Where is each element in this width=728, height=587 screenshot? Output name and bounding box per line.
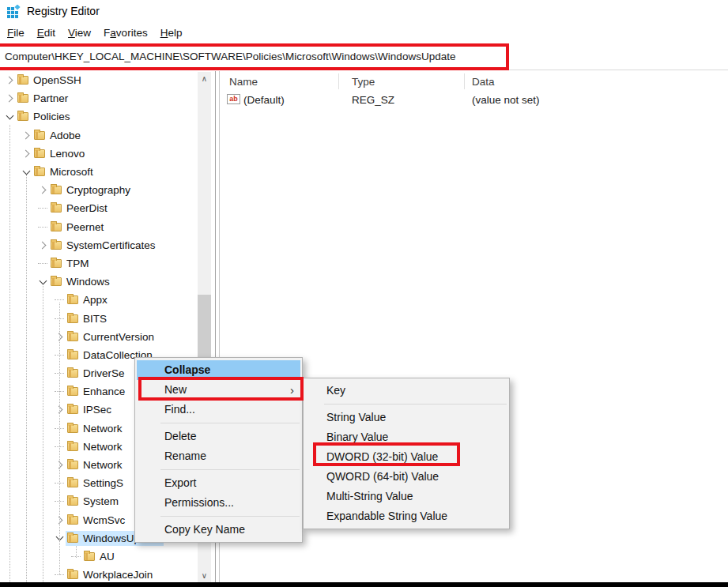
tree-node[interactable]: SettingS: [66, 476, 126, 491]
address-bar[interactable]: Computer\HKEY_LOCAL_MACHINE\SOFTWARE\Pol…: [0, 43, 728, 70]
chevron-right-icon[interactable]: [55, 333, 62, 341]
tree-item-adobe[interactable]: Adobe: [0, 126, 198, 145]
submenu-item-expandable-string-value[interactable]: Expandable String Value: [304, 506, 509, 526]
column-divider[interactable]: [464, 73, 465, 89]
column-header-data[interactable]: Data: [472, 76, 495, 88]
tree-item-lenovo[interactable]: Lenovo: [0, 145, 198, 163]
folder-icon: [51, 241, 62, 250]
column-divider[interactable]: [338, 73, 339, 89]
column-header-name[interactable]: Name: [229, 76, 258, 88]
tree-node[interactable]: Cryptography: [49, 182, 134, 198]
tree-node[interactable]: Peernet: [49, 220, 107, 235]
tree-item-windows[interactable]: Windows: [0, 273, 198, 291]
menu-view[interactable]: View: [62, 24, 97, 41]
tree-item-tpm[interactable]: TPM: [0, 254, 198, 273]
tree-node[interactable]: System: [66, 494, 122, 509]
tree-item-appx[interactable]: Appx: [0, 291, 198, 309]
context-menu-item-collapse[interactable]: Collapse: [137, 360, 300, 380]
chevron-right-icon[interactable]: [55, 406, 62, 414]
tree-node[interactable]: Partner: [16, 91, 71, 106]
tree-node[interactable]: SystemCertificates: [49, 238, 159, 253]
tree-node[interactable]: Enhance: [66, 384, 128, 399]
tree-item-label: PeerDist: [66, 202, 108, 214]
tree-item-label: IPSec: [83, 404, 111, 416]
tree-node[interactable]: Policies: [16, 109, 74, 124]
chevron-right-icon[interactable]: [5, 77, 13, 85]
tree-item-bits[interactable]: BITS: [0, 309, 198, 327]
reg-sz-icon: ab: [227, 94, 240, 104]
chevron-right-icon[interactable]: [38, 186, 46, 194]
context-menu-item-delete[interactable]: Delete: [135, 427, 302, 446]
tree-item-peernet[interactable]: Peernet: [0, 218, 198, 236]
tree-item-label: Cryptography: [66, 184, 130, 196]
chevron-right-icon[interactable]: [55, 461, 62, 469]
folder-icon: [67, 516, 78, 525]
tree-item-microsoft[interactable]: Microsoft: [0, 163, 198, 181]
tree-guide-line: [9, 125, 10, 582]
column-header-type[interactable]: Type: [352, 76, 375, 88]
tree-item-workplacejoin[interactable]: WorkplaceJoin: [0, 566, 198, 582]
menu-favorites[interactable]: Favorites: [97, 24, 154, 41]
tree-node[interactable]: IPSec: [66, 402, 115, 417]
context-menu-item-rename[interactable]: Rename: [135, 446, 302, 466]
context-menu-item-find[interactable]: Find...: [135, 400, 302, 420]
tree-node[interactable]: PeerDist: [49, 201, 111, 216]
chevron-down-icon[interactable]: [39, 277, 47, 284]
chevron-down-icon[interactable]: [22, 167, 30, 175]
folder-icon: [67, 369, 78, 378]
tree-item-label: SettingS: [83, 477, 123, 489]
value-cell-data: (value not set): [472, 94, 540, 106]
tree-item-au[interactable]: AU: [0, 547, 198, 566]
tree-node[interactable]: Network: [66, 457, 126, 472]
tree-node[interactable]: BITS: [66, 311, 110, 326]
submenu-item-binary-value[interactable]: Binary Value: [304, 427, 509, 447]
tree-node[interactable]: WcmSvc: [66, 513, 128, 528]
chevron-down-icon[interactable]: [6, 112, 13, 120]
context-menu-item-copy-key-name[interactable]: Copy Key Name: [135, 520, 302, 540]
menu-edit[interactable]: Edit: [31, 24, 62, 41]
tree-node[interactable]: WorkplaceJoin: [66, 567, 156, 582]
chevron-right-icon[interactable]: [21, 149, 29, 157]
context-menu-item-permissions[interactable]: Permissions...: [135, 493, 302, 513]
tree-node[interactable]: OpenSSH: [16, 73, 85, 88]
tree-node[interactable]: TPM: [49, 256, 92, 271]
chevron-right-icon[interactable]: [21, 131, 29, 139]
scrollbar-thumb[interactable]: [198, 295, 211, 362]
chevron-right-icon[interactable]: [38, 241, 46, 249]
context-menu-item-new[interactable]: New›: [135, 380, 302, 400]
tree-node[interactable]: Appx: [66, 292, 111, 307]
submenu-item-key[interactable]: Key: [304, 381, 509, 401]
tree-node[interactable]: Lenovo: [32, 146, 88, 161]
tree-node[interactable]: Adobe: [32, 128, 84, 143]
tree-item-partner[interactable]: Partner: [0, 89, 198, 107]
tree-node[interactable]: CurrentVersion: [66, 329, 157, 344]
submenu-item-dword-32-bit-value[interactable]: DWORD (32-bit) Value: [304, 447, 509, 467]
tree-item-label: Enhance: [83, 386, 125, 397]
folder-icon: [34, 149, 45, 158]
tree-item-currentversion[interactable]: CurrentVersion: [0, 328, 198, 346]
tree-item-cryptography[interactable]: Cryptography: [0, 181, 198, 199]
tree-item-peerdist[interactable]: PeerDist: [0, 199, 198, 217]
tree-item-label: Microsoft: [50, 166, 93, 178]
tree-item-openssh[interactable]: OpenSSH: [0, 71, 198, 89]
value-cell-name[interactable]: (Default): [243, 94, 285, 106]
tree-item-policies[interactable]: Policies: [0, 107, 198, 126]
tree-item-systemcertificates[interactable]: SystemCertificates: [0, 236, 198, 254]
tree-node[interactable]: Network: [66, 421, 126, 436]
submenu-item-string-value[interactable]: String Value: [304, 408, 509, 427]
chevron-right-icon[interactable]: [55, 516, 62, 524]
submenu-item-multi-string-value[interactable]: Multi-String Value: [304, 487, 509, 506]
tree-item-label: TPM: [66, 258, 89, 269]
menu-file[interactable]: File: [1, 24, 31, 41]
scroll-up-icon[interactable]: ∧: [198, 72, 211, 85]
scroll-down-icon[interactable]: ∨: [198, 569, 211, 582]
submenu-item-qword-64-bit-value[interactable]: QWORD (64-bit) Value: [304, 467, 509, 487]
tree-node[interactable]: DriverSe: [66, 366, 128, 381]
chevron-right-icon[interactable]: [5, 95, 13, 103]
menu-help[interactable]: Help: [154, 24, 189, 41]
tree-node[interactable]: Windows: [49, 274, 113, 289]
tree-node[interactable]: AU: [82, 549, 118, 564]
tree-node[interactable]: Microsoft: [32, 164, 96, 179]
tree-node[interactable]: Network: [66, 439, 126, 454]
context-menu-item-export[interactable]: Export: [135, 473, 302, 493]
